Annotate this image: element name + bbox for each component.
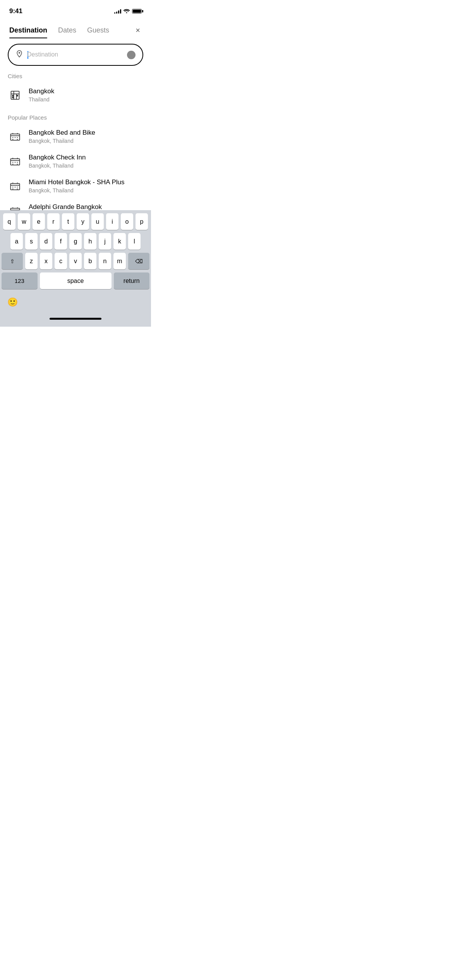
- keyboard-row-1: q w e r t y u i o p: [2, 213, 149, 230]
- status-time: 9:41: [9, 7, 22, 15]
- svg-rect-6: [10, 159, 19, 165]
- pin-icon: [15, 50, 23, 60]
- keyboard-row-2: a s d f g h j k l: [2, 233, 149, 250]
- hotel-icon: [8, 154, 22, 169]
- item-subtitle: Bangkok, Thailand: [29, 163, 143, 169]
- item-name: Bangkok: [29, 87, 143, 96]
- search-container: Destination: [0, 38, 151, 66]
- status-icons: [114, 9, 142, 14]
- tab-guests[interactable]: Guests: [87, 23, 109, 38]
- key-u[interactable]: u: [91, 213, 104, 230]
- shift-key[interactable]: ⇧: [2, 253, 23, 269]
- search-input[interactable]: Destination: [27, 51, 123, 59]
- key-q[interactable]: q: [3, 213, 15, 230]
- key-l[interactable]: l: [128, 233, 141, 250]
- key-d[interactable]: d: [40, 233, 52, 250]
- close-button[interactable]: ×: [134, 24, 142, 36]
- item-subtitle: Bangkok, Thailand: [29, 138, 143, 144]
- key-z[interactable]: z: [25, 253, 38, 269]
- emoji-key[interactable]: 🙂: [5, 294, 20, 310]
- key-m[interactable]: m: [113, 253, 126, 269]
- list-item[interactable]: Bangkok Check Inn Bangkok, Thailand: [0, 149, 151, 173]
- signal-icon: [114, 9, 121, 14]
- key-e[interactable]: e: [33, 213, 45, 230]
- key-r[interactable]: r: [47, 213, 60, 230]
- list-item[interactable]: Bangkok Bed and Bike Bangkok, Thailand: [0, 124, 151, 149]
- home-indicator: [50, 318, 101, 320]
- search-box[interactable]: Destination: [8, 44, 143, 66]
- key-v[interactable]: v: [69, 253, 82, 269]
- key-i[interactable]: i: [106, 213, 118, 230]
- item-name: Bangkok Bed and Bike: [29, 128, 143, 137]
- tab-destination[interactable]: Destination: [9, 23, 47, 38]
- hotel-icon: [8, 129, 22, 144]
- svg-rect-7: [10, 183, 19, 190]
- bottom-bar: [2, 314, 149, 327]
- popular-section-header: Popular Places: [0, 107, 151, 124]
- keyboard-row-4: 123 space return: [2, 272, 149, 289]
- key-f[interactable]: f: [55, 233, 67, 250]
- key-y[interactable]: y: [77, 213, 89, 230]
- keyboard-row-3: ⇧ z x c v b n m ⌫: [2, 253, 149, 269]
- key-h[interactable]: h: [84, 233, 96, 250]
- building-icon: [8, 88, 22, 103]
- list-item[interactable]: Bangkok Thailand: [0, 82, 151, 107]
- key-w[interactable]: w: [18, 213, 30, 230]
- numbers-key[interactable]: 123: [2, 272, 38, 289]
- key-t[interactable]: t: [62, 213, 74, 230]
- key-b[interactable]: b: [84, 253, 96, 269]
- key-p[interactable]: p: [136, 213, 148, 230]
- list-item[interactable]: Miami Hotel Bangkok - SHA Plus Bangkok, …: [0, 173, 151, 198]
- svg-rect-2: [12, 95, 13, 96]
- key-o[interactable]: o: [121, 213, 133, 230]
- key-c[interactable]: c: [55, 253, 67, 269]
- item-name: Miami Hotel Bangkok - SHA Plus: [29, 178, 143, 187]
- key-a[interactable]: a: [10, 233, 23, 250]
- hotel-icon: [8, 179, 22, 194]
- status-bar: 9:41: [0, 0, 151, 17]
- item-name: Bangkok Check Inn: [29, 153, 143, 162]
- key-k[interactable]: k: [113, 233, 126, 250]
- key-n[interactable]: n: [99, 253, 111, 269]
- return-key[interactable]: return: [114, 272, 150, 289]
- svg-rect-4: [17, 95, 18, 96]
- key-x[interactable]: x: [40, 253, 52, 269]
- battery-icon: [132, 9, 142, 14]
- key-j[interactable]: j: [99, 233, 111, 250]
- tab-bar: Destination Dates Guests ×: [0, 17, 151, 38]
- search-placeholder: Destination: [27, 51, 58, 58]
- svg-point-0: [19, 52, 20, 53]
- tab-dates[interactable]: Dates: [58, 23, 76, 38]
- cities-section-header: Cities: [0, 66, 151, 82]
- key-g[interactable]: g: [69, 233, 82, 250]
- space-key[interactable]: space: [40, 272, 112, 289]
- svg-rect-5: [10, 134, 19, 140]
- item-subtitle: Thailand: [29, 96, 143, 103]
- svg-rect-3: [12, 97, 13, 98]
- key-s[interactable]: s: [25, 233, 38, 250]
- keyboard: q w e r t y u i o p a s d f g h j k l ⇧ …: [0, 210, 151, 327]
- keyboard-bottom: 🙂: [2, 292, 149, 314]
- item-subtitle: Bangkok, Thailand: [29, 187, 143, 194]
- wifi-icon: [124, 9, 130, 14]
- backspace-key[interactable]: ⌫: [128, 253, 149, 269]
- mic-icon[interactable]: [127, 51, 136, 59]
